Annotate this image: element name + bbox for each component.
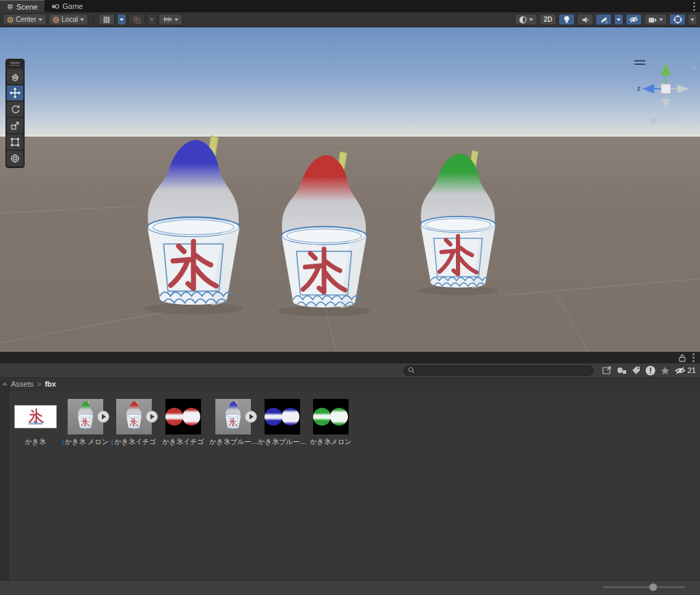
- tabbar-menu-icon[interactable]: [693, 5, 695, 8]
- expand-subassets-button[interactable]: [146, 411, 158, 423]
- speaker-icon: [581, 16, 589, 24]
- hand-icon: [10, 72, 20, 81]
- asset-label: かき氷ブルー…: [258, 437, 307, 447]
- view-tabbar: Scene Game: [0, 0, 700, 12]
- hidden-count-value: 21: [688, 366, 696, 374]
- overlay-drag-handle[interactable]: [10, 62, 20, 66]
- filter-type-icon: [617, 366, 627, 375]
- asset-label: かき氷 メロン: [65, 437, 109, 447]
- shaded-sphere-icon: [519, 16, 527, 24]
- gizmos-button[interactable]: [669, 14, 686, 25]
- grid-visibility-icon: [103, 16, 111, 24]
- scale-tool-button[interactable]: [7, 118, 23, 133]
- search-by-label-button[interactable]: [632, 366, 641, 375]
- asset-label: かき氷イチゴ: [114, 437, 156, 447]
- eye-off-count-icon: [675, 366, 686, 375]
- camera-settings-dropdown[interactable]: [644, 14, 667, 25]
- scene-lighting-button[interactable]: [558, 14, 575, 25]
- scene-viewport[interactable]: y z Persp: [0, 27, 700, 352]
- transform-tool-button[interactable]: [7, 151, 23, 166]
- gizmo-overlay-handle[interactable]: [634, 60, 645, 65]
- gizmos-dropdown[interactable]: [688, 14, 697, 25]
- breadcrumb: Assets > fbx: [0, 378, 700, 391]
- gizmo-persp-label[interactable]: Persp: [658, 116, 678, 124]
- open-window-icon: [602, 366, 612, 375]
- model-kakigori-green[interactable]: [407, 146, 509, 298]
- orientation-dropdown[interactable]: Local: [49, 14, 88, 25]
- pivot-mode-dropdown[interactable]: Center: [3, 14, 46, 25]
- scene-toolbar: Center Local 2D: [0, 12, 700, 27]
- model-kakigori-red[interactable]: [267, 148, 381, 318]
- grid-snap-dropdown[interactable]: [147, 14, 157, 25]
- scroll-up-icon[interactable]: [2, 382, 8, 385]
- grid-snap-icon: [133, 16, 141, 24]
- hand-tool-button[interactable]: [7, 69, 23, 84]
- model-kakigori-blue[interactable]: [131, 131, 256, 317]
- scene-audio-button[interactable]: [577, 14, 593, 25]
- shading-mode-dropdown[interactable]: [515, 14, 537, 25]
- search-by-type-button[interactable]: [617, 366, 627, 375]
- eye-off-icon: [629, 16, 638, 23]
- tab-game[interactable]: Game: [44, 0, 90, 12]
- slider-handle[interactable]: [649, 583, 657, 591]
- project-footer: [0, 580, 700, 595]
- gizmo-z-label: z: [637, 85, 641, 92]
- asset-kakigori-melon-fbx[interactable]: かき氷 メロン: [64, 399, 107, 447]
- save-search-button[interactable]: [660, 366, 670, 375]
- hidden-count-toggle[interactable]: 21: [675, 366, 696, 375]
- pivot-mode-label: Center: [16, 16, 36, 23]
- scene-effects-button[interactable]: [595, 14, 612, 25]
- rect-tool-button[interactable]: [7, 135, 23, 150]
- asset-kakigori-ichigo-fbx[interactable]: かき氷イチゴ: [112, 399, 156, 447]
- transform-icon: [10, 154, 20, 163]
- breadcrumb-separator: >: [37, 380, 41, 388]
- grid-snap-button[interactable]: [129, 14, 145, 25]
- rect-icon: [10, 137, 20, 147]
- grid-icon: [7, 3, 14, 10]
- expand-subassets-button[interactable]: [97, 411, 109, 423]
- snap-increment-icon: [163, 16, 172, 23]
- pivot-icon: [7, 16, 14, 23]
- info-icon: [645, 365, 656, 376]
- move-tool-button[interactable]: [7, 85, 23, 100]
- star-icon: [660, 366, 670, 375]
- project-panel-header: [0, 352, 700, 363]
- 2d-label: 2D: [543, 16, 552, 23]
- tab-scene[interactable]: Scene: [0, 0, 44, 12]
- asset-kakigori-blue-fbx[interactable]: かき氷ブルー…: [211, 399, 255, 447]
- project-searchbox[interactable]: [403, 365, 593, 376]
- project-menu-icon[interactable]: [692, 357, 695, 359]
- expand-subassets-button[interactable]: [245, 411, 257, 423]
- tab-game-label: Game: [62, 2, 83, 10]
- grid-visibility-button[interactable]: [98, 14, 115, 25]
- 2d-toggle-button[interactable]: 2D: [539, 14, 556, 25]
- search-info-button[interactable]: [645, 365, 656, 376]
- asset-kakigori-ichigo-texture[interactable]: かき氷イチゴ: [161, 399, 205, 447]
- scene-visibility-button[interactable]: [625, 14, 642, 25]
- rotate-tool-button[interactable]: [7, 102, 23, 117]
- project-search-input[interactable]: [418, 366, 589, 375]
- asset-kakigori-blue-texture[interactable]: かき氷ブルー…: [260, 399, 304, 447]
- project-scrollbar[interactable]: [0, 380, 9, 590]
- asset-label: かき氷メロン: [310, 437, 351, 447]
- game-icon: [51, 3, 59, 10]
- gizmos-icon: [673, 15, 682, 24]
- cube-icon: [62, 439, 64, 445]
- move-icon: [10, 87, 21, 98]
- lock-icon[interactable]: [679, 354, 686, 362]
- snap-increment-dropdown[interactable]: [159, 14, 183, 25]
- grid-visibility-dropdown[interactable]: [117, 14, 126, 25]
- asset-label: かき氷ブルー…: [210, 437, 258, 447]
- scene-effects-dropdown[interactable]: [614, 14, 623, 25]
- orientation-gizmo[interactable]: y z Persp: [634, 57, 697, 126]
- cube-icon: [111, 439, 113, 445]
- asset-kakigori-texture[interactable]: かき氷: [14, 399, 57, 447]
- asset-label: かき氷: [25, 437, 46, 447]
- asset-kakigori-melon-texture[interactable]: かき氷メロン: [309, 399, 353, 447]
- open-search-window-button[interactable]: [602, 366, 612, 375]
- breadcrumb-current[interactable]: fbx: [44, 380, 56, 388]
- tools-overlay: [5, 59, 25, 168]
- tag-icon: [632, 366, 641, 375]
- breadcrumb-root[interactable]: Assets: [11, 380, 33, 388]
- thumbnail-size-slider[interactable]: [603, 586, 685, 588]
